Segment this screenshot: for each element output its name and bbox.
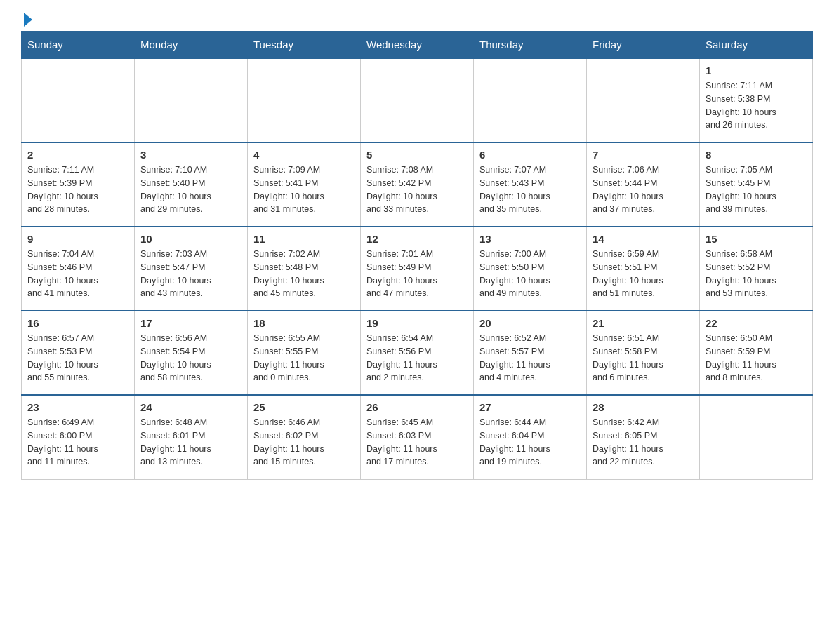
calendar-cell: 23Sunrise: 6:49 AM Sunset: 6:00 PM Dayli…	[22, 395, 135, 479]
calendar-cell	[135, 58, 248, 142]
calendar-cell: 21Sunrise: 6:51 AM Sunset: 5:58 PM Dayli…	[587, 311, 700, 395]
day-info: Sunrise: 6:56 AM Sunset: 5:54 PM Dayligh…	[140, 332, 241, 384]
day-info: Sunrise: 7:06 AM Sunset: 5:44 PM Dayligh…	[593, 163, 694, 216]
day-info: Sunrise: 7:03 AM Sunset: 5:47 PM Dayligh…	[140, 248, 241, 300]
day-info: Sunrise: 6:42 AM Sunset: 6:05 PM Dayligh…	[593, 416, 694, 469]
day-number: 27	[479, 401, 581, 413]
day-number: 7	[593, 149, 694, 161]
calendar-week-row: 9Sunrise: 7:04 AM Sunset: 5:46 PM Daylig…	[22, 227, 813, 311]
calendar-week-row: 1Sunrise: 7:11 AM Sunset: 5:38 PM Daylig…	[22, 58, 813, 142]
calendar-cell: 24Sunrise: 6:48 AM Sunset: 6:01 PM Dayli…	[135, 395, 248, 479]
day-number: 23	[27, 401, 128, 413]
day-info: Sunrise: 7:11 AM Sunset: 5:39 PM Dayligh…	[27, 163, 128, 216]
day-info: Sunrise: 6:45 AM Sunset: 6:03 PM Dayligh…	[366, 416, 468, 469]
day-info: Sunrise: 6:59 AM Sunset: 5:51 PM Dayligh…	[593, 248, 694, 300]
day-number: 21	[593, 317, 694, 329]
day-number: 17	[140, 317, 241, 329]
day-number: 11	[253, 233, 355, 245]
calendar-cell: 6Sunrise: 7:07 AM Sunset: 5:43 PM Daylig…	[474, 142, 587, 227]
day-number: 3	[140, 149, 241, 161]
column-header-friday: Friday	[587, 32, 700, 59]
day-number: 22	[706, 317, 807, 329]
calendar-table: SundayMondayTuesdayWednesdayThursdayFrid…	[21, 31, 813, 480]
day-number: 5	[366, 149, 468, 161]
calendar-cell	[587, 58, 700, 142]
day-info: Sunrise: 6:44 AM Sunset: 6:04 PM Dayligh…	[479, 416, 581, 469]
day-number: 15	[706, 233, 807, 245]
calendar-cell: 12Sunrise: 7:01 AM Sunset: 5:49 PM Dayli…	[361, 227, 474, 311]
page-header	[21, 14, 813, 24]
column-header-tuesday: Tuesday	[248, 32, 361, 59]
calendar-cell: 9Sunrise: 7:04 AM Sunset: 5:46 PM Daylig…	[22, 227, 135, 311]
day-number: 8	[706, 149, 807, 161]
day-info: Sunrise: 7:08 AM Sunset: 5:42 PM Dayligh…	[366, 163, 468, 216]
calendar-cell: 11Sunrise: 7:02 AM Sunset: 5:48 PM Dayli…	[248, 227, 361, 311]
day-number: 2	[27, 149, 128, 161]
day-info: Sunrise: 6:54 AM Sunset: 5:56 PM Dayligh…	[366, 332, 468, 384]
calendar-cell: 25Sunrise: 6:46 AM Sunset: 6:02 PM Dayli…	[248, 395, 361, 479]
day-info: Sunrise: 6:46 AM Sunset: 6:02 PM Dayligh…	[253, 416, 355, 469]
day-number: 24	[140, 401, 241, 413]
calendar-cell: 17Sunrise: 6:56 AM Sunset: 5:54 PM Dayli…	[135, 311, 248, 395]
day-number: 10	[140, 233, 241, 245]
calendar-cell: 27Sunrise: 6:44 AM Sunset: 6:04 PM Dayli…	[474, 395, 587, 479]
day-number: 14	[593, 233, 694, 245]
day-number: 12	[366, 233, 468, 245]
day-info: Sunrise: 7:10 AM Sunset: 5:40 PM Dayligh…	[140, 163, 241, 216]
calendar-cell	[248, 58, 361, 142]
day-info: Sunrise: 6:51 AM Sunset: 5:58 PM Dayligh…	[593, 332, 694, 384]
day-number: 19	[366, 317, 468, 329]
calendar-cell: 18Sunrise: 6:55 AM Sunset: 5:55 PM Dayli…	[248, 311, 361, 395]
day-info: Sunrise: 6:55 AM Sunset: 5:55 PM Dayligh…	[253, 332, 355, 384]
calendar-cell	[700, 395, 813, 479]
calendar-cell: 14Sunrise: 6:59 AM Sunset: 5:51 PM Dayli…	[587, 227, 700, 311]
calendar-cell: 4Sunrise: 7:09 AM Sunset: 5:41 PM Daylig…	[248, 142, 361, 227]
calendar-cell: 15Sunrise: 6:58 AM Sunset: 5:52 PM Dayli…	[700, 227, 813, 311]
day-number: 18	[253, 317, 355, 329]
calendar-cell: 26Sunrise: 6:45 AM Sunset: 6:03 PM Dayli…	[361, 395, 474, 479]
day-number: 6	[479, 149, 581, 161]
calendar-cell: 20Sunrise: 6:52 AM Sunset: 5:57 PM Dayli…	[474, 311, 587, 395]
calendar-cell: 13Sunrise: 7:00 AM Sunset: 5:50 PM Dayli…	[474, 227, 587, 311]
calendar-cell: 2Sunrise: 7:11 AM Sunset: 5:39 PM Daylig…	[22, 142, 135, 227]
calendar-cell	[361, 58, 474, 142]
calendar-cell	[22, 58, 135, 142]
column-header-wednesday: Wednesday	[361, 32, 474, 59]
calendar-cell: 8Sunrise: 7:05 AM Sunset: 5:45 PM Daylig…	[700, 142, 813, 227]
calendar-cell: 22Sunrise: 6:50 AM Sunset: 5:59 PM Dayli…	[700, 311, 813, 395]
day-info: Sunrise: 7:07 AM Sunset: 5:43 PM Dayligh…	[479, 163, 581, 216]
calendar-header-row: SundayMondayTuesdayWednesdayThursdayFrid…	[22, 32, 813, 59]
day-number: 4	[253, 149, 355, 161]
column-header-monday: Monday	[135, 32, 248, 59]
day-number: 26	[366, 401, 468, 413]
day-info: Sunrise: 6:57 AM Sunset: 5:53 PM Dayligh…	[27, 332, 128, 384]
day-number: 9	[27, 233, 128, 245]
calendar-cell: 1Sunrise: 7:11 AM Sunset: 5:38 PM Daylig…	[700, 58, 813, 142]
calendar-cell: 3Sunrise: 7:10 AM Sunset: 5:40 PM Daylig…	[135, 142, 248, 227]
calendar-cell: 7Sunrise: 7:06 AM Sunset: 5:44 PM Daylig…	[587, 142, 700, 227]
calendar-cell: 19Sunrise: 6:54 AM Sunset: 5:56 PM Dayli…	[361, 311, 474, 395]
day-info: Sunrise: 7:00 AM Sunset: 5:50 PM Dayligh…	[479, 248, 581, 300]
day-info: Sunrise: 7:09 AM Sunset: 5:41 PM Dayligh…	[253, 163, 355, 216]
day-number: 25	[253, 401, 355, 413]
day-number: 16	[27, 317, 128, 329]
day-number: 28	[593, 401, 694, 413]
day-info: Sunrise: 6:49 AM Sunset: 6:00 PM Dayligh…	[27, 416, 128, 469]
calendar-cell: 10Sunrise: 7:03 AM Sunset: 5:47 PM Dayli…	[135, 227, 248, 311]
day-info: Sunrise: 6:58 AM Sunset: 5:52 PM Dayligh…	[706, 248, 807, 300]
calendar-week-row: 2Sunrise: 7:11 AM Sunset: 5:39 PM Daylig…	[22, 142, 813, 227]
day-info: Sunrise: 6:48 AM Sunset: 6:01 PM Dayligh…	[140, 416, 241, 469]
day-info: Sunrise: 7:05 AM Sunset: 5:45 PM Dayligh…	[706, 163, 807, 216]
logo	[21, 14, 32, 24]
day-number: 20	[479, 317, 581, 329]
calendar-cell	[474, 58, 587, 142]
column-header-thursday: Thursday	[474, 32, 587, 59]
day-number: 13	[479, 233, 581, 245]
column-header-saturday: Saturday	[700, 32, 813, 59]
day-info: Sunrise: 7:04 AM Sunset: 5:46 PM Dayligh…	[27, 248, 128, 300]
calendar-week-row: 23Sunrise: 6:49 AM Sunset: 6:00 PM Dayli…	[22, 395, 813, 479]
day-info: Sunrise: 7:01 AM Sunset: 5:49 PM Dayligh…	[366, 248, 468, 300]
calendar-week-row: 16Sunrise: 6:57 AM Sunset: 5:53 PM Dayli…	[22, 311, 813, 395]
day-info: Sunrise: 6:52 AM Sunset: 5:57 PM Dayligh…	[479, 332, 581, 384]
column-header-sunday: Sunday	[22, 32, 135, 59]
